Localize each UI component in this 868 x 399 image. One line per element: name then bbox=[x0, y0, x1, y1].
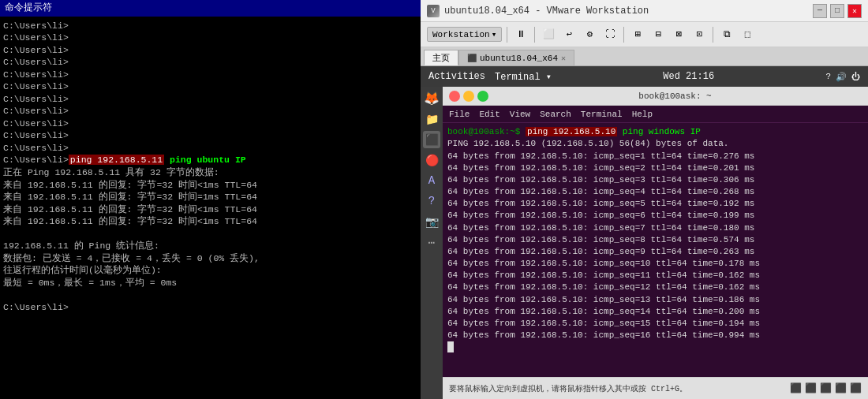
terminal-window-buttons bbox=[449, 91, 488, 102]
toolbar-view4-btn[interactable]: ⊡ bbox=[690, 26, 708, 43]
cmd-prompt-end: C:\Users\li> bbox=[3, 301, 417, 314]
bottombar-icon-3[interactable]: ⬛ bbox=[820, 382, 832, 394]
close-button[interactable]: ✕ bbox=[847, 4, 862, 18]
bottombar-icons: ⬛ ⬛ ⬛ ⬛ ⬛ bbox=[790, 382, 862, 394]
workstation-dropdown-icon: ▾ bbox=[492, 29, 497, 39]
cmd-stats-2: 往返行程的估计时间(以毫秒为单位): bbox=[3, 264, 417, 277]
cmd-line: C:\Users\li>ping 192.168.5.11 ping ubunt… bbox=[3, 154, 417, 166]
ping-line-2: 64 bytes from 192.168.5.10: icmp_seq=2 t… bbox=[447, 162, 863, 174]
sidebar-help-icon[interactable]: ? bbox=[423, 192, 440, 210]
terminal-menubar: File Edit View Search Terminal Help bbox=[443, 106, 868, 123]
gnome-sidebar: 🦊 📁 ⬛ 🔴 A ? 📷 ⋯ bbox=[421, 87, 443, 399]
toolbar-view2-btn[interactable]: ⊟ bbox=[649, 26, 667, 43]
sidebar-grid-icon[interactable]: ⋯ bbox=[423, 233, 440, 251]
cmd-ping-result1: 正在 Ping 192.168.5.11 具有 32 字节的数据: bbox=[3, 166, 417, 179]
toolbar-separator-4 bbox=[713, 27, 713, 43]
cmd-line: C:\Users\li> bbox=[3, 44, 417, 57]
terminal-ping-cmd: ping 192.168.5.10 bbox=[526, 127, 617, 136]
minimize-button[interactable]: ─ bbox=[813, 4, 827, 18]
gnome-status-icons: ? 🔊 ⏻ bbox=[825, 72, 860, 82]
window-controls: ─ □ ✕ bbox=[813, 4, 862, 18]
ping-line-16: 64 bytes from 192.168.5.10: icmp_seq=16 … bbox=[447, 330, 863, 341]
terminal-menu-edit[interactable]: Edit bbox=[479, 110, 499, 119]
ping-line-12: 64 bytes from 192.168.5.10: icmp_seq=12 … bbox=[447, 282, 863, 293]
cmd-ping-command: ping 192.168.5.11 bbox=[69, 155, 164, 165]
vmware-hint-text: 要将鼠标输入定向到虚拟机，请将鼠标指针移入其中或按 Ctrl+G。 bbox=[449, 383, 687, 394]
sidebar-camera-icon[interactable]: 📷 bbox=[423, 213, 440, 230]
cmd-line: C:\Users\li> bbox=[3, 56, 417, 69]
tab-close-icon[interactable]: ✕ bbox=[561, 54, 566, 63]
toolbar-snapshot-btn[interactable]: ⬜ bbox=[540, 26, 557, 43]
sidebar-software-icon[interactable]: A bbox=[423, 172, 440, 189]
bottombar-icon-4[interactable]: ⬛ bbox=[835, 382, 847, 394]
maximize-button[interactable]: □ bbox=[830, 4, 844, 18]
vmware-toolbar: Workstation ▾ ⏸ ⬜ ↩ ⚙ ⛶ ⊞ ⊟ ⊠ ⊡ ⧉ ⬚ bbox=[421, 22, 868, 47]
cmd-ping-result4: 来自 192.168.5.11 的回复: 字节=32 时间<1ms TTL=64 bbox=[3, 203, 417, 216]
terminal-menu-file[interactable]: File bbox=[449, 110, 470, 119]
gnome-activities[interactable]: Activities bbox=[428, 71, 485, 82]
gnome-power-icon[interactable]: ⏻ bbox=[851, 72, 860, 82]
gnome-topbar: Activities Terminal ▾ Wed 21:16 ? 🔊 ⏻ bbox=[421, 66, 868, 87]
ping-line-14: 64 bytes from 192.168.5.10: icmp_seq=14 … bbox=[447, 306, 863, 318]
cmd-ping-result5: 来自 192.168.5.11 的回复: 字节=32 时间<1ms TTL=64 bbox=[3, 215, 417, 228]
terminal-ping-comment: ping windows IP bbox=[623, 127, 701, 136]
cmd-blank bbox=[3, 228, 417, 241]
terminal-menu-search[interactable]: Search bbox=[540, 110, 571, 119]
cmd-title-text: 命令提示符 bbox=[5, 2, 52, 15]
toolbar-view1-btn[interactable]: ⊞ bbox=[629, 26, 646, 43]
terminal-close-btn[interactable] bbox=[449, 91, 460, 102]
vmware-titlebar: V ubuntu18.04_x64 - VMware Workstation ─… bbox=[421, 0, 868, 22]
toolbar-separator-2 bbox=[534, 27, 535, 43]
terminal-cursor bbox=[447, 341, 454, 352]
toolbar-revert-btn[interactable]: ↩ bbox=[560, 26, 578, 43]
cmd-line: C:\Users\li> bbox=[3, 129, 417, 142]
bottombar-icon-1[interactable]: ⬛ bbox=[790, 382, 802, 394]
terminal-title: book@100ask: ~ bbox=[488, 91, 862, 101]
toolbar-settings-btn[interactable]: ⚙ bbox=[581, 26, 598, 43]
vmware-bottombar: 要将鼠标输入定向到虚拟机，请将鼠标指针移入其中或按 Ctrl+G。 ⬛ ⬛ ⬛ … bbox=[443, 377, 868, 399]
ping-line-7: 64 bytes from 192.168.5.10: icmp_seq=7 t… bbox=[447, 222, 863, 234]
terminal-content[interactable]: book@100ask:~$ ping 192.168.5.10 ping wi… bbox=[443, 123, 868, 377]
toolbar-pause-btn[interactable]: ⏸ bbox=[512, 26, 529, 43]
terminal-minimize-btn[interactable] bbox=[463, 91, 474, 102]
cmd-line: C:\Users\li> bbox=[3, 117, 417, 130]
workstation-menu[interactable]: Workstation ▾ bbox=[427, 27, 502, 42]
gnome-help-icon: ? bbox=[825, 72, 831, 81]
gnome-app-menu[interactable]: Terminal ▾ bbox=[495, 71, 552, 83]
bottombar-icon-5[interactable]: ⬛ bbox=[850, 382, 862, 394]
cmd-stats-1: 数据包: 已发送 = 4，已接收 = 4，丢失 = 0 (0% 丢失), bbox=[3, 252, 417, 265]
terminal-menu-help[interactable]: Help bbox=[632, 110, 653, 119]
sidebar-terminal-icon[interactable]: ⬛ bbox=[423, 131, 440, 148]
bottombar-icon-2[interactable]: ⬛ bbox=[805, 382, 817, 394]
vmware-icon: V bbox=[427, 5, 440, 17]
ping-line-8: 64 bytes from 192.168.5.10: icmp_seq=8 t… bbox=[447, 234, 863, 246]
sidebar-update-icon[interactable]: 🔴 bbox=[423, 151, 440, 169]
toolbar-fullscreen-btn[interactable]: ⛶ bbox=[601, 26, 619, 43]
toolbar-view3-btn[interactable]: ⊠ bbox=[670, 26, 687, 43]
terminal-ping-header: PING 192.168.5.10 (192.168.5.10) 56(84) … bbox=[447, 138, 863, 150]
toolbar-separator-1 bbox=[507, 27, 507, 43]
ping-line-15: 64 bytes from 192.168.5.10: icmp_seq=15 … bbox=[447, 318, 863, 330]
ping-line-11: 64 bytes from 192.168.5.10: icmp_seq=11 … bbox=[447, 270, 863, 282]
toolbar-view6-btn[interactable]: ⬚ bbox=[739, 26, 756, 43]
ping-line-10: 64 bytes from 192.168.5.10: icmp_seq=10 … bbox=[447, 258, 863, 270]
terminal-menu-terminal[interactable]: Terminal bbox=[581, 110, 623, 119]
vmware-title-left: V ubuntu18.04_x64 - VMware Workstation bbox=[427, 5, 649, 17]
tab-vm[interactable]: ⬛ ubuntu18.04_x64 ✕ bbox=[458, 50, 574, 65]
vmware-window-title: ubuntu18.04_x64 - VMware Workstation bbox=[444, 6, 649, 17]
cmd-content: C:\Users\li> C:\Users\li> C:\Users\li> C… bbox=[3, 20, 417, 313]
terminal-maximize-btn[interactable] bbox=[477, 91, 488, 102]
ping-line-5: 64 bytes from 192.168.5.10: icmp_seq=5 t… bbox=[447, 198, 863, 210]
toolbar-view5-btn[interactable]: ⧉ bbox=[718, 26, 735, 43]
cmd-ping-comment: ping ubuntu IP bbox=[170, 155, 246, 165]
cmd-line: C:\Users\li> bbox=[3, 32, 417, 44]
sidebar-files-icon[interactable]: 📁 bbox=[423, 110, 440, 128]
tab-home[interactable]: 主页 bbox=[424, 50, 458, 65]
workstation-label: Workstation bbox=[432, 30, 490, 39]
cmd-blank2 bbox=[3, 289, 417, 301]
gnome-volume-icon[interactable]: 🔊 bbox=[836, 72, 847, 82]
terminal-menu-view[interactable]: View bbox=[510, 110, 530, 119]
cmd-line: C:\Users\li> bbox=[3, 142, 417, 155]
ping-line-13: 64 bytes from 192.168.5.10: icmp_seq=13 … bbox=[447, 294, 863, 306]
sidebar-firefox-icon[interactable]: 🦊 bbox=[423, 90, 440, 107]
